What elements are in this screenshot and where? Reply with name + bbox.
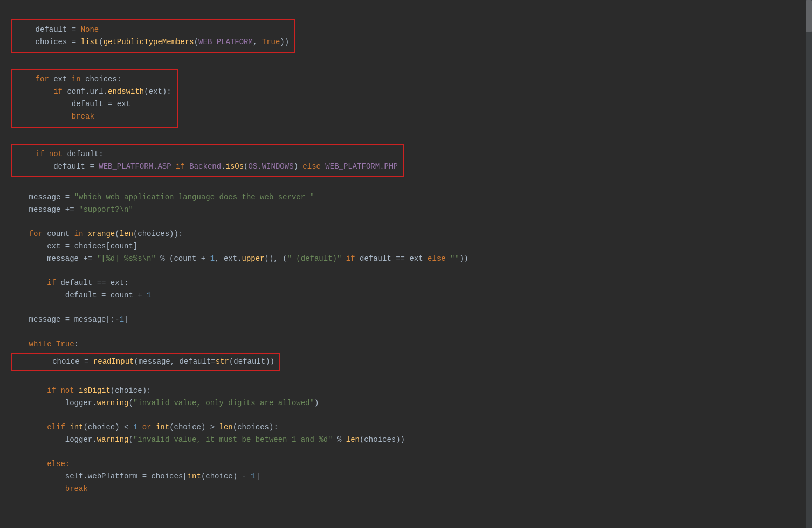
code-line: message = message[:-1] <box>11 314 801 326</box>
code-line: if default == ext: <box>11 277 801 289</box>
code-line: elif int(choice) < 1 or int(choice) > le… <box>11 421 801 434</box>
code-line: default = ext <box>17 98 171 110</box>
highlight-box-3: if not default: default = WEB_PLATFORM.A… <box>11 144 404 177</box>
code-line: default = WEB_PLATFORM.ASP if Backend.is… <box>17 161 398 173</box>
blank-line-8 <box>11 326 801 338</box>
code-line: while True: <box>11 338 801 351</box>
code-line: logger.warning("invalid value, only digi… <box>11 397 801 409</box>
code-line: ext = choices[count] <box>11 240 801 253</box>
code-line: default = count + 1 <box>11 289 801 302</box>
blank-line-3 <box>11 130 801 142</box>
code-line: default = None <box>17 24 289 36</box>
blank-line-5 <box>11 216 801 228</box>
code-line: message += "[%d] %s%s\n" % (count + 1, e… <box>11 253 801 265</box>
blank-line-9 <box>11 373 801 385</box>
code-line: choices = list(getPublicTypeMembers(WEB_… <box>17 36 289 48</box>
scrollbar-thumb[interactable] <box>806 0 812 32</box>
highlight-box-2: for ext in choices: if conf.url.endswith… <box>11 69 178 127</box>
code-content: default = None choices = list(getPublicT… <box>11 5 801 495</box>
code-line: self.webPlatform = choices[int(choice) -… <box>11 470 801 483</box>
scrollbar[interactable] <box>806 0 812 528</box>
code-line: if conf.url.endswith(ext): <box>17 86 171 98</box>
code-line: logger.warning("invalid value, it must b… <box>11 434 801 446</box>
blank-line-1 <box>11 5 801 17</box>
blank-line-4 <box>11 179 801 191</box>
code-editor: default = None choices = list(getPublicT… <box>11 5 801 495</box>
code-line: else: <box>11 458 801 470</box>
highlight-box-1: default = None choices = list(getPublicT… <box>11 19 295 53</box>
code-line: if not default: <box>17 148 398 161</box>
code-line: choice = readInput(message, default=str(… <box>16 356 274 368</box>
code-line: break <box>17 110 171 123</box>
blank-line-10 <box>11 409 801 421</box>
blank-line-7 <box>11 302 801 314</box>
code-line: message += "support?\n" <box>11 204 801 216</box>
code-line: message = "which web application languag… <box>11 191 801 204</box>
highlight-box-4: choice = readInput(message, default=str(… <box>11 352 801 372</box>
code-line: break <box>11 483 801 495</box>
code-line: for ext in choices: <box>17 73 171 86</box>
blank-line-11 <box>11 446 801 458</box>
blank-line-2 <box>11 55 801 67</box>
code-line: for count in xrange(len(choices)): <box>11 228 801 240</box>
blank-line-6 <box>11 265 801 277</box>
code-line: if not isDigit(choice): <box>11 385 801 397</box>
